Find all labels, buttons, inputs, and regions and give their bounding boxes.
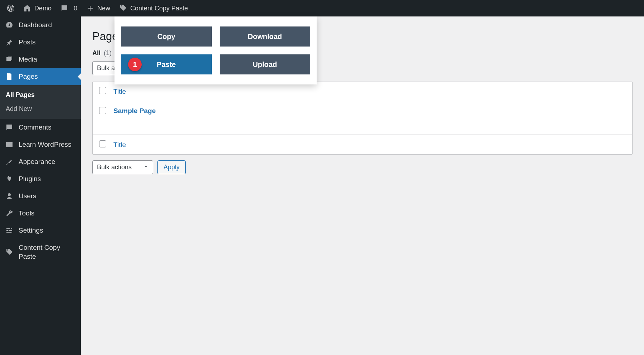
table-row: Sample Page [93,101,632,135]
user-icon [5,192,14,200]
tag-icon [5,248,14,257]
sliders-icon [5,226,14,235]
sidebar-item-media[interactable]: Media [0,51,81,68]
sidebar-item-tools[interactable]: Tools [0,205,81,222]
sidebar-item-content-copy-paste[interactable]: Content Copy Paste [0,239,81,265]
media-icon [5,55,14,64]
comment-icon [60,4,69,13]
home-icon [23,4,31,13]
apply-button-bottom[interactable]: Apply [157,160,186,174]
filter-all[interactable]: All [92,49,101,57]
sidebar-label: Users [19,192,36,200]
column-title-footer[interactable]: Title [113,141,126,149]
table-footer: Title [93,135,632,154]
admin-sidebar: Dashboard Posts Media Pages All Pages Ad… [0,16,81,355]
pages-table: Title Sample Page Title [92,82,633,155]
sidebar-item-settings[interactable]: Settings [0,222,81,239]
tag-icon [119,4,127,13]
row-checkbox[interactable] [99,107,106,114]
plus-icon [86,4,94,13]
sidebar-item-pages[interactable]: Pages [0,68,81,85]
bulk-actions-bottom: Bulk actions Apply [92,160,633,174]
wordpress-icon [6,4,15,13]
upload-label: Upload [253,60,277,69]
select-all-bottom[interactable] [99,140,106,147]
wp-logo[interactable] [3,0,19,16]
select-all-top[interactable] [99,87,106,94]
sidebar-item-plugins[interactable]: Plugins [0,170,81,188]
plugin-icon [5,175,14,183]
page-title-link[interactable]: Sample Page [113,107,156,115]
pages-icon [5,72,14,81]
sidebar-label: Posts [19,38,36,46]
download-button[interactable]: Download [220,26,311,47]
sidebar-label: Settings [19,227,43,234]
dashboard-icon [5,21,14,29]
sidebar-label: Content Copy Paste [19,243,76,261]
sidebar-item-appearance[interactable]: Appearance [0,153,81,170]
new-label: New [97,5,110,12]
plugin-label: Content Copy Paste [130,5,188,12]
sidebar-item-learn[interactable]: Learn WordPress [0,136,81,153]
sidebar-label: Dashboard [19,21,52,29]
bulk-actions-select-bottom[interactable]: Bulk actions [92,160,153,174]
bulk-select-value: Bulk actions [97,164,132,171]
chevron-down-icon [143,163,149,171]
pin-icon [5,38,14,47]
step-badge: 1 [128,58,142,71]
brush-icon [5,157,14,166]
sidebar-item-posts[interactable]: Posts [0,34,81,51]
admin-bar: Demo 0 New Content Copy Paste [0,0,644,16]
paste-label: Paste [157,60,176,69]
column-title[interactable]: Title [113,88,126,96]
sidebar-label: Pages [19,73,38,81]
copy-label: Copy [157,33,175,41]
video-icon [5,140,14,149]
sidebar-item-dashboard[interactable]: Dashboard [0,16,81,34]
site-name: Demo [34,5,52,12]
sidebar-label: Media [19,55,37,63]
sidebar-label: Comments [19,123,52,131]
copy-paste-popup: Copy Download 1 Paste Upload [114,16,317,84]
sidebar-label: Learn WordPress [19,141,72,149]
paste-button[interactable]: 1 Paste [121,54,212,74]
filter-count: (1) [104,49,112,57]
sidebar-label: Plugins [19,175,41,183]
submenu-add-new[interactable]: Add New [0,102,81,116]
table-header: Title [93,82,632,101]
sidebar-item-comments[interactable]: Comments [0,119,81,136]
wrench-icon [5,209,14,218]
download-label: Download [248,33,282,41]
new-link[interactable]: New [82,0,114,16]
sidebar-label: Tools [19,209,34,217]
sidebar-item-users[interactable]: Users [0,188,81,205]
plugin-link[interactable]: Content Copy Paste [114,0,192,16]
comments-link[interactable]: 0 [56,0,82,16]
upload-button[interactable]: Upload [220,54,311,74]
sidebar-submenu: All Pages Add New [0,85,81,119]
sidebar-label: Appearance [19,158,55,166]
copy-button[interactable]: Copy [121,26,212,47]
comments-count: 0 [74,5,77,12]
comment-icon [5,123,14,132]
submenu-all-pages[interactable]: All Pages [0,88,81,102]
site-name-link[interactable]: Demo [19,0,56,16]
